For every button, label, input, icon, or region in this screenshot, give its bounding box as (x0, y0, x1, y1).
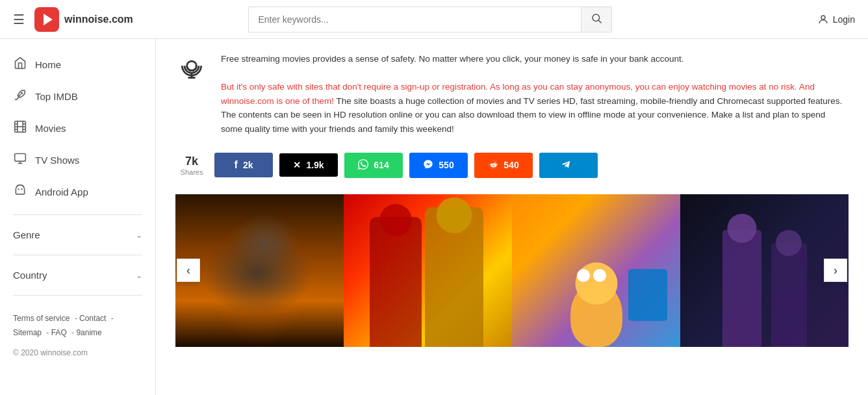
messenger-icon (423, 159, 433, 172)
svg-line-15 (17, 185, 18, 187)
login-button[interactable]: Login (817, 14, 855, 25)
logo-icon (34, 7, 59, 32)
sidebar-item-movies[interactable]: Movies (0, 112, 155, 144)
svg-point-18 (21, 189, 22, 190)
genre-chevron: ⌄ (136, 231, 142, 240)
9anime-link[interactable]: 9anime (76, 328, 101, 337)
logo[interactable]: winnoise.com (34, 7, 133, 32)
faq-link[interactable]: FAQ (51, 328, 67, 337)
svg-point-2 (821, 16, 825, 19)
thumbnails-section: ‹ (175, 194, 849, 347)
film-icon (13, 120, 27, 136)
next-button[interactable]: › (824, 259, 847, 282)
description-para2: But it's only safe with sites that don't… (221, 80, 849, 136)
genre-section[interactable]: Genre ⌄ (0, 222, 155, 248)
logo-text: winnoise.com (64, 14, 133, 25)
header: ☰ winnoise.com Login (0, 0, 868, 39)
svg-point-0 (593, 14, 600, 21)
description-text: Free streaming movies provides a sense o… (221, 52, 849, 136)
country-chevron: ⌄ (136, 271, 142, 280)
search-container (248, 6, 612, 32)
layout: Home Top IMDB Movies TV Shows Android Ap… (0, 39, 868, 395)
search-icon (591, 12, 602, 24)
svg-rect-12 (15, 154, 26, 162)
share-reddit-button[interactable]: 540 (474, 153, 533, 178)
svg-point-17 (18, 189, 19, 190)
sidebar-item-home[interactable]: Home (0, 49, 155, 81)
telegram-icon (561, 159, 571, 172)
terms-link[interactable]: Terms of service (13, 314, 70, 323)
description-para1: Free streaming movies provides a sense o… (221, 52, 849, 66)
share-whatsapp-button[interactable]: 614 (344, 153, 403, 178)
share-section: 7k Shares f 2k ✕ 1.9k 614 550 (175, 153, 849, 178)
android-icon (13, 184, 27, 200)
svg-line-1 (599, 20, 602, 23)
facebook-icon: f (235, 159, 238, 171)
main-content: Free streaming movies provides a sense o… (156, 39, 868, 395)
share-total: 7k Shares (175, 155, 208, 176)
tv-icon (13, 152, 27, 168)
hamburger-menu[interactable]: ☰ (13, 12, 25, 27)
sidebar: Home Top IMDB Movies TV Shows Android Ap… (0, 39, 156, 395)
divider2 (13, 255, 142, 255)
sidebar-footer: Terms of service - Contact - Sitemap - F… (0, 302, 155, 370)
user-icon (817, 14, 829, 25)
search-button[interactable] (581, 6, 612, 32)
share-messenger-button[interactable]: 550 (409, 153, 468, 178)
country-section[interactable]: Country ⌄ (0, 262, 155, 288)
movie-thumb-3[interactable] (512, 194, 680, 347)
copyright: © 2020 winnoise.com (13, 346, 142, 361)
prev-button[interactable]: ‹ (177, 259, 200, 282)
share-twitter-button[interactable]: ✕ 1.9k (279, 153, 338, 177)
rocket-icon (13, 88, 27, 105)
contact-link[interactable]: Contact (79, 314, 106, 323)
movie-thumb-2[interactable] (344, 194, 512, 347)
share-telegram-button[interactable] (539, 153, 598, 178)
share-facebook-button[interactable]: f 2k (214, 153, 273, 177)
movie-thumb-1[interactable] (175, 194, 344, 347)
svg-line-16 (22, 185, 23, 187)
whatsapp-icon (358, 159, 368, 172)
divider3 (13, 295, 142, 296)
sitemap-link[interactable]: Sitemap (13, 328, 42, 337)
sidebar-item-top-imdb[interactable]: Top IMDB (0, 81, 155, 112)
sidebar-item-tv-shows[interactable]: TV Shows (0, 144, 155, 176)
podcast-icon (175, 52, 208, 84)
divider (13, 214, 142, 215)
twitter-icon: ✕ (293, 160, 301, 170)
svg-point-3 (21, 93, 23, 94)
sidebar-item-android-app[interactable]: Android App (0, 176, 155, 208)
search-input[interactable] (248, 6, 581, 32)
reddit-icon (488, 159, 498, 172)
description-section: Free streaming movies provides a sense o… (175, 52, 849, 136)
home-icon (13, 57, 27, 73)
